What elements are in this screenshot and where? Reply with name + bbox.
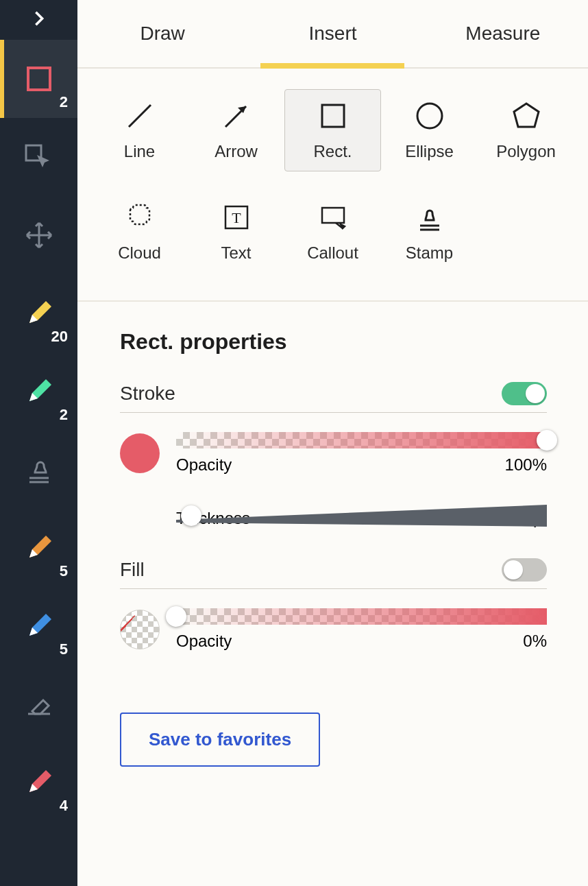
fill-section-header: Fill	[120, 558, 547, 589]
svg-rect-0	[28, 68, 50, 90]
shape-arrow[interactable]: Arrow	[188, 89, 284, 171]
shape-label: Rect.	[313, 142, 352, 161]
tool-badge: 5	[60, 640, 68, 658]
callout-icon	[317, 201, 350, 234]
shape-grid: Line Arrow Rect. Ellipse Polygon	[77, 69, 588, 302]
expand-panel-button[interactable]	[0, 0, 77, 40]
sidebar-tool-rect[interactable]: 2	[0, 40, 77, 118]
sidebar-tool-pen-teal[interactable]: 2	[0, 352, 77, 431]
shape-label: Ellipse	[405, 142, 454, 161]
tool-badge: 2	[60, 406, 68, 424]
arrow-icon	[220, 99, 253, 132]
cloud-icon	[123, 201, 156, 234]
shape-label: Stamp	[406, 243, 453, 263]
slider-handle[interactable]	[537, 430, 557, 451]
main-panel: Draw Insert Measure Line Arrow Rect. Ell…	[77, 0, 588, 886]
stroke-toggle[interactable]	[502, 382, 547, 405]
svg-line-2	[129, 105, 151, 127]
shape-stamp[interactable]: Stamp	[381, 191, 478, 273]
sidebar-tool-pen-blue[interactable]: 5	[0, 587, 77, 665]
stroke-color-swatch[interactable]	[120, 433, 160, 473]
svg-rect-9	[322, 208, 344, 223]
rect-icon	[317, 99, 350, 132]
slider-handle[interactable]	[166, 606, 186, 627]
shape-cloud[interactable]: Cloud	[91, 191, 188, 273]
toggle-knob	[526, 384, 545, 403]
stamp-icon	[413, 201, 446, 234]
sidebar-tool-select[interactable]	[0, 118, 77, 196]
sidebar-tool-pen-orange[interactable]: 5	[0, 509, 77, 587]
rect-icon	[23, 63, 55, 95]
polygon-icon	[510, 99, 543, 132]
fill-opacity-label: Opacity	[176, 632, 232, 651]
stroke-opacity-slider[interactable]	[176, 432, 547, 448]
save-to-favorites-button[interactable]: Save to favorites	[120, 713, 320, 767]
fill-toggle[interactable]	[502, 558, 547, 582]
tab-insert[interactable]: Insert	[247, 0, 417, 67]
shape-callout[interactable]: Callout	[284, 191, 381, 273]
tool-badge: 2	[60, 93, 68, 111]
sidebar-tool-pen-yellow[interactable]: 20	[0, 274, 77, 352]
tab-draw[interactable]: Draw	[77, 0, 247, 67]
move-icon	[23, 219, 55, 251]
shape-rect[interactable]: Rect.	[284, 89, 381, 171]
shape-label: Callout	[307, 243, 358, 263]
fill-opacity-slider[interactable]	[176, 608, 547, 625]
shape-label: Polygon	[496, 142, 556, 161]
text-icon: T	[220, 201, 253, 234]
properties-panel: Rect. properties Stroke Opacity 100%	[77, 302, 588, 685]
svg-marker-6	[514, 104, 539, 127]
tool-badge: 5	[60, 562, 68, 580]
shape-label: Text	[221, 243, 251, 263]
save-button-label: Save to favorites	[149, 729, 291, 750]
line-icon	[123, 99, 156, 132]
properties-title: Rect. properties	[120, 329, 547, 355]
pen-icon	[23, 767, 55, 798]
shape-ellipse[interactable]: Ellipse	[381, 89, 478, 171]
svg-marker-10	[176, 505, 547, 527]
tool-badge: 4	[60, 797, 68, 815]
select-icon	[23, 141, 55, 173]
sidebar-tool-eraser[interactable]	[0, 665, 77, 743]
eraser-icon	[23, 689, 55, 720]
stroke-label: Stroke	[120, 383, 175, 405]
pen-icon	[23, 532, 55, 564]
shape-label: Cloud	[118, 243, 161, 263]
fill-label: Fill	[120, 559, 145, 581]
pen-icon	[23, 376, 55, 407]
sidebar-tool-move[interactable]	[0, 196, 77, 274]
svg-text:T: T	[232, 209, 241, 226]
stroke-opacity-value: 100%	[505, 455, 547, 475]
shape-label: Line	[124, 142, 155, 161]
shape-line[interactable]: Line	[91, 89, 188, 171]
shape-text[interactable]: T Text	[188, 191, 284, 273]
toggle-knob	[504, 560, 523, 579]
sidebar-tool-stamp[interactable]	[0, 431, 77, 509]
tool-badge: 20	[51, 328, 68, 346]
shape-polygon[interactable]: Polygon	[478, 89, 574, 171]
fill-opacity-row: Opacity 0%	[120, 608, 547, 651]
shape-label: Arrow	[215, 142, 258, 161]
sidebar-tool-pen-red[interactable]: 4	[0, 743, 77, 822]
fill-color-swatch[interactable]	[120, 610, 160, 649]
sidebar: 2 20 2	[0, 0, 77, 886]
stroke-section-header: Stroke	[120, 382, 547, 413]
tab-measure[interactable]: Measure	[418, 0, 588, 67]
stroke-thickness-row: Thickness 2pt	[176, 502, 547, 528]
tabs: Draw Insert Measure	[77, 0, 588, 69]
svg-point-5	[417, 104, 442, 128]
slider-handle[interactable]	[181, 505, 201, 526]
pen-icon	[23, 298, 55, 329]
tab-label: Draw	[140, 23, 184, 45]
stroke-opacity-row: Opacity 100%	[120, 432, 547, 475]
stroke-opacity-label: Opacity	[176, 455, 232, 475]
fill-opacity-value: 0%	[523, 632, 547, 651]
svg-rect-4	[322, 105, 344, 127]
ellipse-icon	[413, 99, 446, 132]
stamp-icon	[23, 454, 55, 486]
pen-icon	[23, 610, 55, 642]
chevron-right-icon	[29, 9, 49, 31]
tab-label: Measure	[465, 23, 540, 45]
tab-label: Insert	[308, 23, 356, 45]
